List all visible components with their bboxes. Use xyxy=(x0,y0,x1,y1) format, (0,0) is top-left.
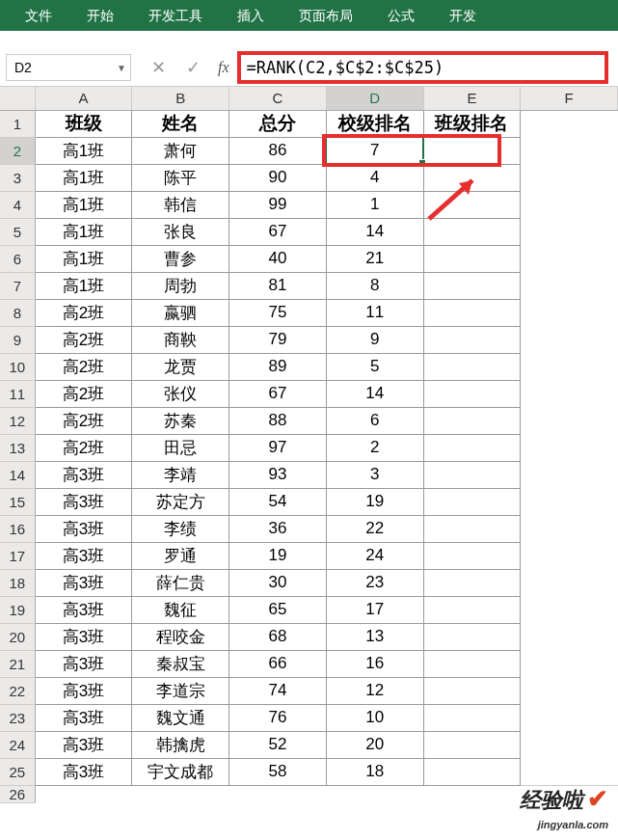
cell-A6[interactable]: 高1班 xyxy=(35,245,132,272)
cell-E11[interactable] xyxy=(423,380,521,407)
row-header-13[interactable]: 13 xyxy=(0,434,35,461)
cell-D21[interactable]: 16 xyxy=(326,650,423,677)
fx-icon[interactable]: fx xyxy=(218,59,229,76)
cell-D14[interactable]: 3 xyxy=(326,461,423,488)
cell-E21[interactable] xyxy=(423,650,521,677)
confirm-icon[interactable]: ✓ xyxy=(175,57,210,78)
cell-A5[interactable]: 高1班 xyxy=(35,218,132,245)
col-header-E[interactable]: E xyxy=(423,87,521,110)
cell-D3[interactable]: 4 xyxy=(326,164,423,191)
col-header-F[interactable]: F xyxy=(521,87,618,110)
cell-A15[interactable]: 高3班 xyxy=(35,488,132,515)
cell-B3[interactable]: 陈平 xyxy=(132,164,229,191)
col-header-D[interactable]: D xyxy=(326,87,423,110)
cell-A19[interactable]: 高3班 xyxy=(35,596,132,623)
cell-E9[interactable] xyxy=(423,326,521,353)
cell-F5[interactable] xyxy=(521,218,618,245)
cell-D10[interactable]: 5 xyxy=(326,353,423,380)
chevron-down-icon[interactable]: ▼ xyxy=(117,62,126,72)
cell-E3[interactable] xyxy=(423,164,521,191)
cell-B23[interactable]: 魏文通 xyxy=(132,704,229,731)
cell-A4[interactable]: 高1班 xyxy=(35,191,132,218)
cell-B14[interactable]: 李靖 xyxy=(132,461,229,488)
cell-C14[interactable]: 93 xyxy=(229,461,327,488)
cell-C22[interactable]: 74 xyxy=(229,677,327,704)
cell-D11[interactable]: 14 xyxy=(326,380,423,407)
cell-C16[interactable]: 36 xyxy=(229,515,327,542)
cell-E19[interactable] xyxy=(423,596,521,623)
cell-F21[interactable] xyxy=(521,650,618,677)
cell-D22[interactable]: 12 xyxy=(326,677,423,704)
cell-B8[interactable]: 嬴驷 xyxy=(132,299,229,326)
cell-C18[interactable]: 30 xyxy=(229,569,327,596)
tab-page-layout[interactable]: 页面布局 xyxy=(282,0,370,31)
cell-E10[interactable] xyxy=(423,353,521,380)
cell-E22[interactable] xyxy=(423,677,521,704)
cell-D17[interactable]: 24 xyxy=(326,542,423,569)
cell-A17[interactable]: 高3班 xyxy=(35,542,132,569)
cell-empty-26-3[interactable] xyxy=(326,785,423,802)
cell-D15[interactable]: 19 xyxy=(326,488,423,515)
cell-F7[interactable] xyxy=(521,272,618,299)
cell-F19[interactable] xyxy=(521,596,618,623)
cell-C25[interactable]: 58 xyxy=(229,758,327,785)
row-header-11[interactable]: 11 xyxy=(0,380,35,407)
cell-empty-26-1[interactable] xyxy=(132,785,229,802)
row-header-23[interactable]: 23 xyxy=(0,704,35,731)
cell-E16[interactable] xyxy=(423,515,521,542)
cell-C4[interactable]: 99 xyxy=(229,191,327,218)
cell-E1[interactable]: 班级排名 xyxy=(423,110,521,137)
cell-B21[interactable]: 秦叔宝 xyxy=(132,650,229,677)
cell-A11[interactable]: 高2班 xyxy=(35,380,132,407)
cell-C19[interactable]: 65 xyxy=(229,596,327,623)
row-header-19[interactable]: 19 xyxy=(0,596,35,623)
cell-F12[interactable] xyxy=(521,407,618,434)
cell-B6[interactable]: 曹参 xyxy=(132,245,229,272)
cell-B19[interactable]: 魏征 xyxy=(132,596,229,623)
cell-D4[interactable]: 1 xyxy=(326,191,423,218)
row-header-2[interactable]: 2 xyxy=(0,137,35,164)
cell-A20[interactable]: 高3班 xyxy=(35,623,132,650)
cell-F23[interactable] xyxy=(521,704,618,731)
cell-B1[interactable]: 姓名 xyxy=(132,110,229,137)
cell-A2[interactable]: 高1班 xyxy=(35,137,132,164)
cell-F22[interactable] xyxy=(521,677,618,704)
row-header-8[interactable]: 8 xyxy=(0,299,35,326)
cell-E17[interactable] xyxy=(423,542,521,569)
tab-file[interactable]: 文件 xyxy=(8,0,69,31)
cell-B4[interactable]: 韩信 xyxy=(132,191,229,218)
cell-F1[interactable] xyxy=(521,110,618,137)
row-header-3[interactable]: 3 xyxy=(0,164,35,191)
cell-D5[interactable]: 14 xyxy=(326,218,423,245)
cell-A24[interactable]: 高3班 xyxy=(35,731,132,758)
cell-E18[interactable] xyxy=(423,569,521,596)
cell-C17[interactable]: 19 xyxy=(229,542,327,569)
row-header-10[interactable]: 10 xyxy=(0,353,35,380)
cell-A10[interactable]: 高2班 xyxy=(35,353,132,380)
cell-B11[interactable]: 张仪 xyxy=(132,380,229,407)
cell-E5[interactable] xyxy=(423,218,521,245)
cell-C8[interactable]: 75 xyxy=(229,299,327,326)
row-header-17[interactable]: 17 xyxy=(0,542,35,569)
cell-E8[interactable] xyxy=(423,299,521,326)
cell-C10[interactable]: 89 xyxy=(229,353,327,380)
cell-empty-26-0[interactable] xyxy=(35,785,132,802)
col-header-A[interactable]: A xyxy=(35,87,132,110)
select-all-corner[interactable] xyxy=(0,87,35,110)
cell-C20[interactable]: 68 xyxy=(229,623,327,650)
cell-E12[interactable] xyxy=(423,407,521,434)
cell-A23[interactable]: 高3班 xyxy=(35,704,132,731)
cell-F11[interactable] xyxy=(521,380,618,407)
col-header-B[interactable]: B xyxy=(132,87,229,110)
cell-F9[interactable] xyxy=(521,326,618,353)
cell-A12[interactable]: 高2班 xyxy=(35,407,132,434)
tab-developer[interactable]: 开发工具 xyxy=(131,0,220,31)
cell-B20[interactable]: 程咬金 xyxy=(132,623,229,650)
cell-C23[interactable]: 76 xyxy=(229,704,327,731)
row-header-16[interactable]: 16 xyxy=(0,515,35,542)
cell-A22[interactable]: 高3班 xyxy=(35,677,132,704)
cell-F6[interactable] xyxy=(521,245,618,272)
cell-E7[interactable] xyxy=(423,272,521,299)
cell-D13[interactable]: 2 xyxy=(326,434,423,461)
cell-F3[interactable] xyxy=(521,164,618,191)
